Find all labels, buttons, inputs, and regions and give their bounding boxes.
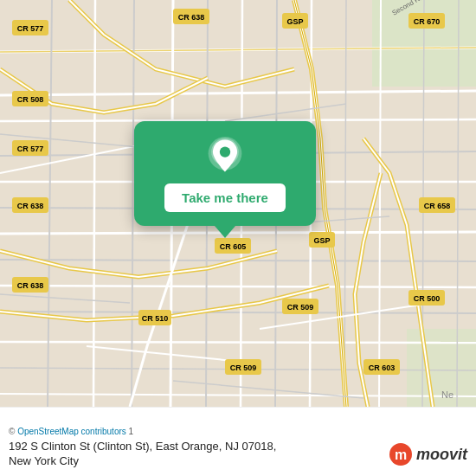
moovit-brand-icon: m <box>389 442 413 466</box>
svg-text:GSP: GSP <box>313 236 330 245</box>
svg-text:CR 638: CR 638 <box>178 13 205 22</box>
address-text: 192 S Clinton St (Clinton St), East Oran… <box>9 440 389 469</box>
svg-text:CR 508: CR 508 <box>17 95 44 104</box>
svg-line-14 <box>0 342 476 343</box>
svg-text:CR 638: CR 638 <box>17 281 44 290</box>
moovit-wordmark: moovit <box>416 446 467 464</box>
svg-text:GSP: GSP <box>286 17 303 26</box>
take-me-there-button[interactable]: Take me there <box>164 183 286 212</box>
address-line: 192 S Clinton St (Clinton St), East Oran… <box>9 440 276 453</box>
svg-text:CR 605: CR 605 <box>220 242 247 251</box>
attribution-number: 1 <box>129 427 134 436</box>
svg-text:CR 509: CR 509 <box>230 363 257 372</box>
svg-text:CR 577: CR 577 <box>17 145 44 153</box>
osm-copyright-symbol: © <box>9 427 15 436</box>
svg-text:CR 500: CR 500 <box>414 294 441 303</box>
svg-text:m: m <box>395 447 407 462</box>
svg-text:CR 658: CR 658 <box>424 202 451 210</box>
popup-card: Take me there <box>134 121 316 226</box>
address-row: 192 S Clinton St (Clinton St), East Oran… <box>9 440 467 469</box>
osm-attribution: © OpenStreetMap contributors 1 <box>9 427 467 436</box>
location-pin-icon <box>206 137 244 175</box>
svg-line-10 <box>0 232 476 234</box>
bottom-bar: © OpenStreetMap contributors 1 192 S Cli… <box>0 407 476 476</box>
address-city: New York City <box>9 454 79 467</box>
svg-text:CR 577: CR 577 <box>17 24 44 33</box>
svg-text:CR 670: CR 670 <box>414 17 441 26</box>
svg-text:CR 603: CR 603 <box>369 363 396 372</box>
svg-text:Ne: Ne <box>441 389 453 400</box>
osm-link[interactable]: OpenStreetMap contributors <box>17 427 126 436</box>
svg-text:CR 509: CR 509 <box>287 303 314 312</box>
moovit-logo: m moovit <box>389 442 467 466</box>
svg-point-77 <box>220 146 230 157</box>
svg-text:CR 638: CR 638 <box>17 202 44 210</box>
map-container: CR 577 CR 638 GSP CR 670 CR 508 CR 577 C… <box>0 0 476 407</box>
svg-text:CR 510: CR 510 <box>142 314 169 323</box>
